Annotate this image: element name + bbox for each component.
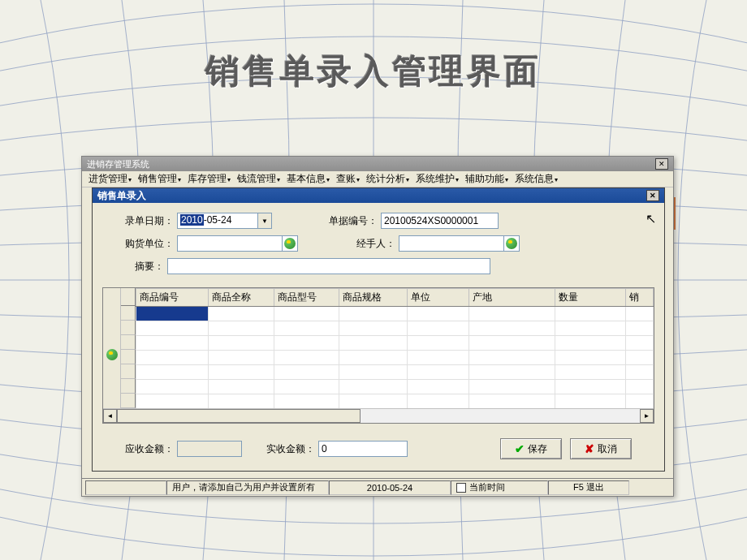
- menu-inventory[interactable]: 库存管理: [184, 171, 234, 187]
- status-date: 2010-05-24: [329, 480, 451, 495]
- child-window-title: 销售单录入: [97, 189, 146, 203]
- entry-date-label: 录单日期：: [125, 214, 174, 228]
- menu-basic-info[interactable]: 基本信息: [283, 171, 333, 187]
- table-row[interactable]: [136, 336, 654, 351]
- table-row[interactable]: [136, 351, 654, 365]
- cursor-icon: ↖: [646, 211, 656, 226]
- sales-entry-window: 销售单录入 ✕ 录单日期： 2010-05-24 ▼ 单据编号： 购货单位：: [92, 187, 665, 472]
- cancel-button[interactable]: ✘取消: [570, 438, 632, 459]
- menu-check-accounts[interactable]: 查账: [333, 171, 363, 187]
- child-titlebar: 销售单录入 ✕: [93, 188, 664, 203]
- status-current-time[interactable]: 当前时间: [451, 480, 548, 495]
- status-user-hint: 用户，请添加自己为用户并设置所有: [166, 480, 329, 495]
- x-icon: ✘: [585, 442, 594, 455]
- table-tool-column: [103, 288, 121, 408]
- menu-cashflow[interactable]: 钱流管理: [234, 171, 283, 187]
- row-headers: [121, 288, 136, 408]
- col-unit[interactable]: 单位: [408, 289, 469, 307]
- col-product-model[interactable]: 商品型号: [274, 289, 339, 307]
- handler-input[interactable]: [399, 235, 504, 252]
- col-product-spec[interactable]: 商品规格: [339, 289, 408, 307]
- current-time-checkbox[interactable]: [456, 483, 466, 493]
- globe-icon: [284, 238, 296, 249]
- table-row[interactable]: [136, 307, 654, 321]
- summary-label: 摘要：: [125, 260, 164, 274]
- receivable-input: [177, 441, 242, 457]
- scroll-right-button[interactable]: ►: [640, 409, 654, 423]
- menu-maintenance[interactable]: 系统维护: [412, 171, 462, 187]
- menu-sysinfo[interactable]: 系统信息: [512, 171, 561, 187]
- save-button[interactable]: ✔保存: [500, 438, 562, 459]
- entry-date-dropdown[interactable]: ▼: [258, 213, 272, 229]
- table-row[interactable]: [136, 380, 654, 394]
- globe-icon: [506, 238, 517, 249]
- received-label: 实收金额：: [266, 442, 315, 456]
- scroll-thumb[interactable]: [117, 409, 361, 423]
- main-titlebar: 进销存管理系统 ✕: [82, 157, 673, 171]
- table-row[interactable]: [136, 365, 654, 380]
- selected-cell[interactable]: [136, 307, 209, 321]
- status-exit[interactable]: F5 退出: [548, 480, 629, 495]
- scroll-left-button[interactable]: ◄: [103, 409, 117, 423]
- line-items-table: 商品编号 商品全称 商品型号 商品规格 单位 产地 数量 销: [102, 287, 654, 424]
- received-input[interactable]: [318, 441, 408, 457]
- globe-icon[interactable]: [106, 349, 118, 360]
- buyer-label: 购货单位：: [125, 237, 174, 251]
- check-icon: ✔: [515, 442, 525, 455]
- table-row[interactable]: [136, 394, 654, 409]
- table-row[interactable]: [136, 321, 654, 336]
- doc-no-input[interactable]: [381, 213, 499, 229]
- buyer-lookup-button[interactable]: [282, 235, 298, 252]
- summary-input[interactable]: [167, 258, 490, 274]
- statusbar: 用户，请添加自己为用户并设置所有 2010-05-24 当前时间 F5 退出: [82, 478, 673, 496]
- menu-purchase[interactable]: 进货管理: [85, 171, 135, 187]
- main-close-button[interactable]: ✕: [655, 158, 668, 170]
- child-close-button[interactable]: ✕: [646, 190, 659, 201]
- buyer-input[interactable]: [177, 235, 283, 252]
- horizontal-scrollbar[interactable]: ◄ ►: [103, 408, 654, 423]
- col-product-name[interactable]: 商品全称: [209, 289, 274, 307]
- doc-no-label: 单据编号：: [329, 214, 378, 228]
- menu-statistics[interactable]: 统计分析: [363, 171, 412, 187]
- menu-aux[interactable]: 辅助功能: [462, 171, 512, 187]
- col-origin[interactable]: 产地: [469, 289, 555, 307]
- menu-sales[interactable]: 销售管理: [135, 171, 184, 187]
- col-sales[interactable]: 销: [626, 289, 654, 307]
- data-grid[interactable]: 商品编号 商品全称 商品型号 商品规格 单位 产地 数量 销: [136, 288, 654, 409]
- page-title: 销售单录入管理界面: [0, 49, 747, 94]
- main-application-window: 进销存管理系统 ✕ 进货管理 销售管理 库存管理 钱流管理 基本信息 查账 统计…: [81, 156, 674, 497]
- col-product-code[interactable]: 商品编号: [136, 289, 209, 307]
- handler-lookup-button[interactable]: [503, 235, 520, 252]
- col-quantity[interactable]: 数量: [555, 289, 626, 307]
- entry-date-input[interactable]: 2010-05-24: [177, 213, 258, 229]
- main-window-title: 进销存管理系统: [87, 158, 149, 170]
- receivable-label: 应收金额：: [125, 442, 174, 456]
- main-menubar: 进货管理 销售管理 库存管理 钱流管理 基本信息 查账 统计分析 系统维护 辅助…: [82, 171, 673, 187]
- handler-label: 经手人：: [347, 237, 395, 251]
